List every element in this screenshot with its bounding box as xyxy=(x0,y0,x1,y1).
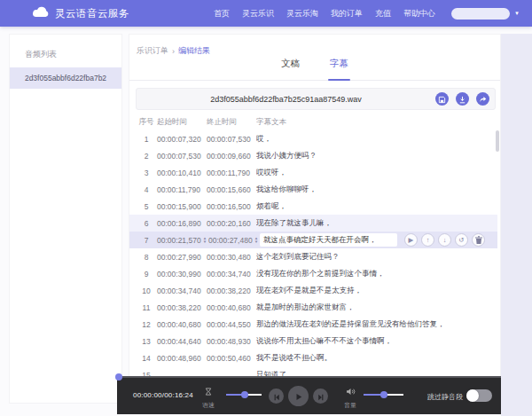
end-time: 00:00:11,790 xyxy=(207,169,256,177)
share-button[interactable] xyxy=(476,92,489,106)
previous-button[interactable] xyxy=(269,389,284,404)
speed-thumb[interactable] xyxy=(241,391,248,398)
result-tabs: 文稿字幕 xyxy=(129,58,500,81)
table-row[interactable]: 1000:00:34,74000:00:38,220现在老刘不是就是不是太支持， xyxy=(129,282,497,299)
nav-item-0[interactable]: 首页 xyxy=(214,8,230,20)
table-row[interactable]: 100:00:07,32000:00:07,530哎， xyxy=(129,130,497,147)
table-row[interactable]: 200:00:07,53000:00:09,660我说小姨方便吗？ xyxy=(129,147,497,164)
subtitle-text: 哎， xyxy=(256,134,497,145)
move-up-button[interactable]: ↑ xyxy=(421,233,434,247)
speed-slider[interactable] xyxy=(226,394,262,396)
row-index: 8 xyxy=(136,253,157,262)
skip-back-icon xyxy=(273,389,280,404)
playback-time: 00:00:00/00:16:24 xyxy=(133,391,193,399)
start-time-value: 00:00:38,220 xyxy=(157,303,201,312)
start-time-value: 00:00:34,740 xyxy=(157,286,201,295)
start-time: 00:00:27,990 xyxy=(157,253,207,262)
spinner-down-icon[interactable]: ▼ xyxy=(254,240,258,244)
subtitle-table-body: 100:00:07,32000:00:07,530哎，200:00:07,530… xyxy=(129,130,497,383)
volume-slider[interactable] xyxy=(364,394,403,396)
seek-bar[interactable] xyxy=(117,376,501,378)
nav-item-3[interactable]: 我的订单 xyxy=(331,8,363,20)
table-row[interactable]: 1300:00:44,64000:00:48,930说说你不用太担心嘛不不不这个… xyxy=(129,333,497,349)
end-time: 00:00:15,660 xyxy=(207,185,256,194)
top-navbar: 灵云语音云服务 首页灵云乐识灵云乐淘我的订单充值帮助中心 ▼ xyxy=(0,0,532,27)
nav-item-2[interactable]: 灵云乐淘 xyxy=(286,8,318,20)
play-segment-button[interactable]: ▶ xyxy=(404,233,418,247)
table-row[interactable]: 300:00:10,41000:00:11,790哎哎呀， xyxy=(129,164,497,181)
table-row[interactable]: 900:00:30,99000:00:34,740没有现在你的那个之前提到这个事… xyxy=(129,265,497,282)
brand-logo[interactable]: 灵云语音云服务 xyxy=(32,5,129,21)
start-time-value: 00:00:07,530 xyxy=(157,152,201,161)
nav-item-4[interactable]: 充值 xyxy=(375,8,391,20)
subtitle-text: 没有现在你的那个之前提到这个事情， xyxy=(256,269,497,279)
time-spinner[interactable]: ▲▼ xyxy=(254,237,258,243)
table-row[interactable]: 500:00:15,90000:00:16,500烦着呢， xyxy=(129,198,497,215)
breadcrumb-edit-result: 编辑结果 xyxy=(178,45,210,57)
download-icon xyxy=(458,91,466,107)
toggle-knob xyxy=(466,389,479,402)
table-scrollbar[interactable] xyxy=(496,130,499,152)
next-button[interactable] xyxy=(313,389,328,404)
app-root: 灵云语音云服务 首页灵云乐识灵云乐淘我的订单充值帮助中心 ▼ 音频列表 2d3f… xyxy=(0,0,532,416)
subtitle-edit-input[interactable] xyxy=(260,233,397,247)
spinner-down-icon[interactable]: ▼ xyxy=(203,240,207,244)
table-row[interactable]: 1100:00:38,22000:00:40,680就是加时的那边的家世财富， xyxy=(129,299,497,316)
chevron-down-icon: ▼ xyxy=(514,11,520,16)
start-time-value: 00:00:07,320 xyxy=(157,135,201,144)
tab-0[interactable]: 文稿 xyxy=(281,58,300,80)
end-time-value: 00:00:15,660 xyxy=(207,185,251,194)
user-menu[interactable]: ▼ xyxy=(451,8,520,20)
row-index: 4 xyxy=(136,185,157,194)
table-row[interactable]: 400:00:11,79000:00:15,660我这给你聊聊呀， xyxy=(129,181,497,198)
subtitle-table-header: 序号起始时间终止时间字幕文本 xyxy=(129,114,497,130)
end-time-value: 00:00:40,680 xyxy=(207,303,251,312)
start-time: 00:00:38,220 xyxy=(157,303,207,312)
breadcrumb-separator: › xyxy=(172,47,175,56)
user-account-pill[interactable] xyxy=(451,8,510,20)
right-panel-strip xyxy=(501,34,532,416)
end-time: 00:00:30,480 xyxy=(207,253,256,262)
time-spinner[interactable]: ▲▼ xyxy=(203,237,207,243)
nav-item-5[interactable]: 帮助中心 xyxy=(403,8,435,20)
table-row[interactable]: 800:00:27,99000:00:30,480这个老刘到底要记住吗？ xyxy=(129,248,497,265)
end-time: 00:00:50,460 xyxy=(207,354,256,363)
start-time-value: 00:00:16,890 xyxy=(157,219,201,228)
table-row[interactable]: 1400:00:48,96000:00:50,460我不是说啥不担心啊。 xyxy=(129,349,497,366)
skip-silence-toggle[interactable] xyxy=(466,389,492,402)
download-button[interactable] xyxy=(456,92,469,106)
start-time-value: 00:00:10,410 xyxy=(157,169,201,177)
subtitle-text: 哎哎呀， xyxy=(256,168,497,178)
end-time-value: 00:00:09,660 xyxy=(207,152,251,161)
share-icon xyxy=(479,91,487,107)
start-time-value: 00:00:48,960 xyxy=(157,354,201,363)
end-time-value: 00:00:16,500 xyxy=(207,202,251,211)
table-row[interactable]: 600:00:16,89000:00:20,160现在除了就这事儿嘛， xyxy=(129,215,497,232)
play-button[interactable] xyxy=(288,386,309,406)
end-time-value: 00:00:50,460 xyxy=(207,354,251,363)
breadcrumb-orders[interactable]: 乐识订单 xyxy=(137,45,168,57)
table-row[interactable]: 700:00:21,570▲▼00:00:27,480▲▼▶↑↓↺ xyxy=(129,232,497,248)
delete-button[interactable] xyxy=(472,233,485,247)
table-row[interactable]: 1200:00:40,68000:00:44,550那边的做法现在老刘的还是持保… xyxy=(129,316,497,333)
end-time-value: 00:00:44,550 xyxy=(207,320,251,329)
subtitle-text: 说说你不用太担心嘛不不不这个事情啊， xyxy=(256,336,497,347)
start-time: 00:00:44,640 xyxy=(157,337,207,346)
row-index: 11 xyxy=(136,303,157,312)
undo-button[interactable]: ↺ xyxy=(455,233,468,247)
start-time: 00:00:30,990 xyxy=(157,270,207,279)
nav-item-1[interactable]: 灵云乐识 xyxy=(242,8,274,20)
seek-handle[interactable] xyxy=(115,373,122,381)
start-time: 00:00:40,680 xyxy=(157,320,207,329)
start-time-value: 00:00:15,900 xyxy=(157,202,201,211)
subtitle-text: 这个老刘到底要记住吗？ xyxy=(256,252,497,263)
subtitle-edit-cell: ▶↑↓↺ xyxy=(260,233,497,247)
save-button[interactable] xyxy=(435,92,449,106)
sidebar-item-audio-file[interactable]: 2d3f055abbf6d22fba7b2 xyxy=(10,67,121,89)
tab-1[interactable]: 字幕 xyxy=(330,58,348,80)
volume-thumb[interactable] xyxy=(380,391,387,398)
audio-list-sidebar: 音频列表 2d3f055abbf6d22fba7b2 xyxy=(9,34,122,404)
subtitle-text: 现在老刘不是就是不是太支持， xyxy=(256,286,497,296)
move-down-button[interactable]: ↓ xyxy=(438,233,451,247)
end-time-value: 00:00:38,220 xyxy=(207,286,251,295)
